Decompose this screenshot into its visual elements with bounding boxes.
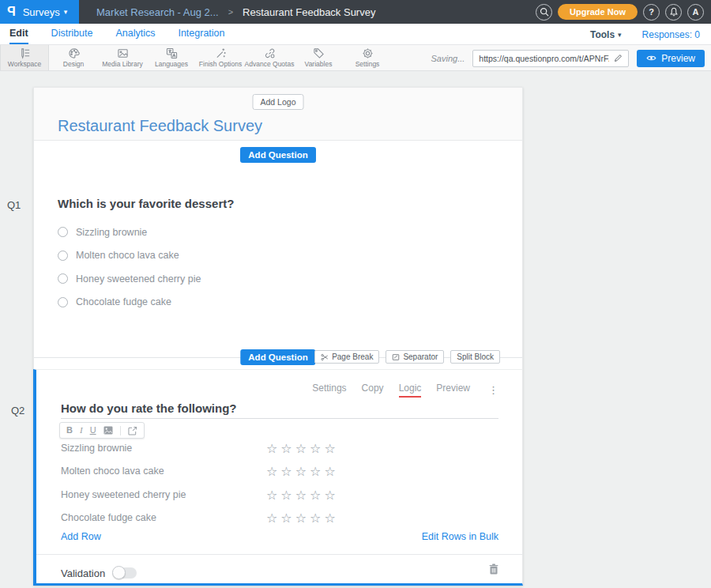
q2-rating-rows: Sizzling brownie ☆☆☆☆☆ Molten choco lava…	[61, 436, 498, 530]
q2-settings-tab[interactable]: Settings	[312, 383, 346, 398]
topbar-actions: Upgrade Now ? A	[536, 4, 704, 21]
workspace-icon	[19, 47, 31, 59]
radio-icon[interactable]	[58, 251, 68, 261]
split-block-button[interactable]: Split Block	[450, 350, 500, 364]
toolbar-item-media-library[interactable]: Media Library	[98, 45, 147, 70]
underline-button[interactable]: U	[90, 426, 96, 435]
responses-count[interactable]: Responses: 0	[642, 29, 700, 40]
q1-option-row[interactable]: Molten choco lava cake	[58, 244, 498, 268]
radio-icon[interactable]	[58, 297, 68, 307]
upgrade-now-button[interactable]: Upgrade Now	[558, 4, 638, 20]
q2-logic-tab[interactable]: Logic	[399, 383, 422, 398]
tab-integration[interactable]: Integration	[178, 28, 224, 44]
languages-translate-icon	[166, 47, 178, 59]
tab-edit[interactable]: Edit	[9, 28, 28, 44]
image-icon	[103, 426, 113, 435]
add-question-button-middle[interactable]: Add Question	[240, 349, 315, 365]
delete-question-button[interactable]	[489, 564, 498, 575]
toolbar-item-design[interactable]: Design	[49, 45, 98, 70]
q2-action-menu: Settings Copy Logic Preview ⋮	[312, 383, 498, 398]
chain-links-icon	[264, 47, 276, 59]
toolbar-item-variables[interactable]: Variables	[294, 45, 343, 70]
star-rating[interactable]: ☆☆☆☆☆	[266, 487, 339, 502]
add-row-link[interactable]: Add Row	[61, 531, 101, 542]
toolbar-item-languages[interactable]: Languages	[147, 45, 196, 70]
q1-question-text[interactable]: Which is your favorite dessert?	[58, 197, 498, 210]
kebab-menu-icon[interactable]: ⋮	[488, 384, 498, 396]
validation-label: Validation	[61, 567, 105, 579]
q2-preview-tab[interactable]: Preview	[436, 383, 470, 398]
pencil-edit-icon[interactable]	[614, 54, 623, 62]
q2-question-text[interactable]: How do you rate the following?	[61, 401, 237, 415]
toolbar-item-advance-quotas[interactable]: Advance Quotas	[245, 45, 294, 70]
q2-copy-tab[interactable]: Copy	[362, 383, 384, 398]
toolbar-item-settings[interactable]: Settings	[343, 45, 392, 70]
q2-row-links: Add Row Edit Rows in Bulk	[61, 531, 498, 545]
tools-menu[interactable]: Tools ▾	[590, 29, 622, 40]
design-palette-icon	[68, 47, 80, 59]
validation-toggle[interactable]	[113, 567, 137, 579]
separator-button[interactable]: Separator	[386, 350, 444, 364]
help-button[interactable]: ?	[643, 4, 660, 21]
rating-row: Sizzling brownie ☆☆☆☆☆	[61, 436, 498, 460]
add-question-button-top[interactable]: Add Question	[240, 147, 315, 163]
search-icon	[540, 7, 549, 17]
q2-footer: Validation	[61, 564, 498, 582]
toolbar-divider	[120, 426, 121, 435]
q1-option-row[interactable]: Honey sweetened cherry pie	[58, 267, 498, 291]
q2-footer-divider	[36, 554, 522, 555]
survey-canvas: Q1 Q2 Add Logo Restaurant Feedback Surve…	[0, 71, 711, 588]
subnav-right: Tools ▾ Responses: 0	[590, 29, 700, 40]
survey-url-value: https://qa.questionpro.com/t/APNrFZgS	[479, 54, 609, 63]
saving-status: Saving...	[431, 54, 465, 63]
trash-icon	[489, 564, 498, 575]
logo-area[interactable]: P Surveys ▾	[0, 0, 79, 24]
gear-icon	[362, 47, 374, 59]
breadcrumb-survey: Restaurant Feedback Survey	[243, 6, 375, 18]
tab-analytics[interactable]: Analytics	[115, 28, 155, 44]
survey-header: Add Logo Restaurant Feedback Survey	[33, 87, 523, 141]
magic-wand-icon	[215, 47, 227, 59]
media-image-icon	[117, 47, 129, 59]
editor-toolbar: Workspace Design Media Library Languages…	[0, 45, 711, 71]
add-logo-button[interactable]: Add Logo	[253, 94, 304, 110]
eye-icon	[646, 55, 656, 62]
edit-rows-in-bulk-link[interactable]: Edit Rows in Bulk	[422, 531, 498, 542]
top-bar: P Surveys ▾ Market Research - Aug 2... >…	[0, 0, 711, 24]
radio-icon[interactable]	[58, 227, 68, 237]
external-link-icon	[128, 426, 137, 435]
toolbar-item-finish-options[interactable]: Finish Options	[196, 45, 245, 70]
notifications-button[interactable]	[665, 4, 682, 21]
breadcrumb-project[interactable]: Market Research - Aug 2...	[96, 6, 219, 18]
rating-row: Honey sweetened cherry pie ☆☆☆☆☆	[61, 483, 498, 507]
rating-row: Molten choco lava cake ☆☆☆☆☆	[61, 460, 498, 484]
tab-distribute[interactable]: Distribute	[51, 28, 93, 44]
star-rating[interactable]: ☆☆☆☆☆	[266, 464, 339, 479]
rating-row: Chocolate fudge cake ☆☆☆☆☆	[61, 507, 498, 530]
insert-image-button[interactable]	[103, 426, 113, 435]
q2-text-input-underline	[61, 418, 498, 419]
question-block-q1: Which is your favorite dessert? Sizzling…	[33, 168, 523, 345]
search-button[interactable]	[536, 4, 552, 21]
breadcrumb-separator-icon: >	[228, 7, 233, 17]
star-rating[interactable]: ☆☆☆☆☆	[266, 511, 339, 526]
account-avatar[interactable]: A	[687, 4, 704, 21]
page-break-button[interactable]: Page Break	[314, 350, 379, 364]
survey-title[interactable]: Restaurant Feedback Survey	[58, 117, 262, 135]
survey-card: Add Logo Restaurant Feedback Survey Add …	[33, 87, 523, 586]
tag-icon	[313, 47, 325, 59]
surveys-menu[interactable]: Surveys ▾	[23, 6, 68, 18]
survey-url-input[interactable]: https://qa.questionpro.com/t/APNrFZgS	[472, 50, 629, 67]
q1-option-row[interactable]: Sizzling brownie	[58, 220, 498, 244]
questionpro-survey-editor: P Surveys ▾ Market Research - Aug 2... >…	[0, 0, 711, 588]
q1-option-row[interactable]: Chocolate fudge cake	[58, 291, 498, 315]
radio-icon[interactable]	[58, 273, 68, 284]
insert-link-button[interactable]	[128, 426, 137, 435]
italic-button[interactable]: I	[80, 426, 83, 435]
bold-button[interactable]: B	[66, 426, 73, 435]
add-question-strip-top: Add Question	[33, 141, 523, 168]
toolbar-item-workspace[interactable]: Workspace	[0, 45, 49, 70]
preview-button[interactable]: Preview	[637, 50, 705, 67]
star-rating[interactable]: ☆☆☆☆☆	[266, 440, 339, 455]
bell-icon	[669, 7, 679, 17]
